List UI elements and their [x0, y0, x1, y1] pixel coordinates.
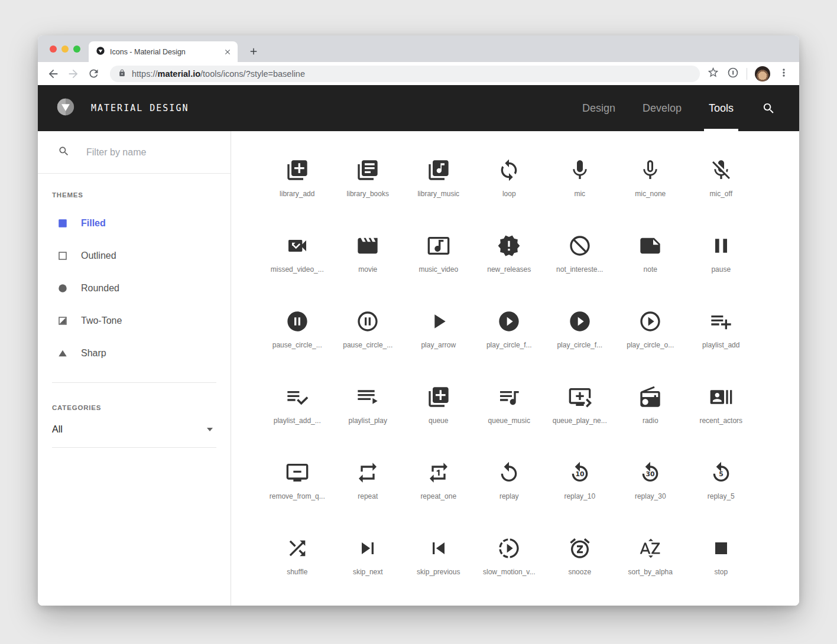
nav-tools[interactable]: Tools [709, 85, 734, 131]
icon-cell-pause_circle_outline[interactable]: pause_circle_... [333, 310, 404, 385]
library_music-icon [427, 158, 450, 182]
icon-label: pause [711, 265, 731, 274]
new-tab-button[interactable] [246, 44, 261, 59]
menu-dots-icon[interactable] [778, 67, 790, 81]
icon-label: sort_by_alpha [628, 568, 673, 576]
icon-cell-note[interactable]: note [615, 234, 686, 310]
icon-cell-mic_none[interactable]: mic_none [615, 158, 686, 234]
icon-cell-repeat[interactable]: repeat [333, 461, 404, 536]
icon-cell-shuffle[interactable]: shuffle [262, 536, 333, 606]
theme-item-sharp[interactable]: Sharp [52, 337, 216, 369]
minimize-window-button[interactable] [61, 45, 69, 53]
extension-icon[interactable] [727, 67, 739, 81]
theme-item-filled[interactable]: Filled [52, 207, 216, 239]
icon-cell-sort_by_alpha[interactable]: sort_by_alpha [615, 536, 686, 606]
header-search-icon[interactable] [762, 102, 776, 115]
icon-cell-slow_motion_video[interactable]: slow_motion_v... [474, 536, 545, 606]
browser-tab[interactable]: Icons - Material Design [89, 41, 238, 62]
sidebar: THEMES FilledOutlinedRoundedTwo-ToneShar… [38, 131, 231, 606]
icon-label: play_circle_f... [557, 341, 602, 349]
profile-avatar[interactable] [755, 66, 770, 82]
icon-label: mic_none [635, 190, 666, 198]
new_releases-icon [497, 234, 521, 258]
icon-label: pause_circle_... [272, 341, 322, 349]
forward-icon[interactable] [66, 67, 80, 81]
icon-cell-pause_circle_filled[interactable]: pause_circle_... [262, 310, 333, 385]
icon-cell-library_add[interactable]: library_add [262, 158, 333, 234]
icon-label: repeat [358, 492, 378, 500]
music_video-icon [427, 234, 450, 258]
missed_video_call-icon [286, 234, 309, 258]
icon-cell-play_circle_filled_white[interactable]: play_circle_f... [544, 310, 615, 385]
content: library_addlibrary_bookslibrary_musicloo… [231, 131, 799, 606]
theme-item-rounded[interactable]: Rounded [52, 272, 216, 304]
icon-cell-replay_10[interactable]: 10replay_10 [544, 461, 615, 536]
tab-title: Icons - Material Design [110, 48, 219, 56]
categories-value: All [52, 424, 63, 435]
icon-cell-repeat_one[interactable]: repeat_one [403, 461, 474, 536]
playlist_play-icon [356, 385, 379, 409]
icon-cell-not_interested[interactable]: not_intereste... [544, 234, 615, 310]
icon-cell-play_circle_outline[interactable]: play_circle_o... [615, 310, 686, 385]
themes-heading: THEMES [52, 191, 216, 199]
icon-label: not_intereste... [556, 265, 603, 274]
icon-cell-replay_5[interactable]: 5replay_5 [686, 461, 757, 536]
back-icon[interactable] [46, 67, 60, 81]
site-nav: DesignDevelopTools [582, 85, 734, 131]
icon-cell-library_music[interactable]: library_music [403, 158, 474, 234]
icon-cell-snooze[interactable]: snooze [544, 536, 615, 606]
icon-cell-mic_off[interactable]: mic_off [686, 158, 757, 234]
icon-cell-remove_from_queue[interactable]: remove_from_q... [262, 461, 333, 536]
icon-cell-pause[interactable]: pause [686, 234, 757, 310]
theme-item-outlined[interactable]: Outlined [52, 239, 216, 272]
movie-icon [356, 234, 379, 258]
icon-cell-queue_music[interactable]: queue_music [474, 385, 545, 461]
nav-develop[interactable]: Develop [643, 85, 682, 131]
icon-cell-play_circle_filled[interactable]: play_circle_f... [474, 310, 545, 385]
icon-cell-queue_play_next[interactable]: queue_play_ne... [544, 385, 615, 461]
icon-cell-movie[interactable]: movie [333, 234, 404, 310]
icon-cell-skip_next[interactable]: skip_next [333, 536, 404, 606]
svg-text:30: 30 [646, 470, 656, 478]
theme-label: Outlined [81, 251, 116, 261]
tab-close-icon[interactable] [223, 48, 232, 56]
icon-cell-music_video[interactable]: music_video [403, 234, 474, 310]
icon-label: play_circle_o... [627, 341, 674, 349]
queue_music-icon [497, 385, 521, 409]
icon-cell-missed_video_call[interactable]: missed_video_... [262, 234, 333, 310]
theme-item-two-tone[interactable]: Two-Tone [52, 304, 216, 337]
sharp-swatch-icon [57, 348, 68, 359]
icon-cell-skip_previous[interactable]: skip_previous [403, 536, 474, 606]
icon-cell-mic[interactable]: mic [544, 158, 615, 234]
icon-label: playlist_add_... [274, 417, 321, 425]
icon-cell-queue[interactable]: queue [403, 385, 474, 461]
close-window-button[interactable] [50, 45, 57, 53]
favicon [96, 46, 105, 58]
categories-dropdown[interactable]: All [52, 411, 216, 448]
browser-toolbar: https://material.io/tools/icons/?style=b… [38, 62, 799, 85]
icon-label: play_arrow [421, 341, 456, 349]
bookmark-star-icon[interactable] [707, 66, 719, 81]
icon-cell-library_books[interactable]: library_books [333, 158, 404, 234]
snooze-icon [568, 536, 592, 560]
lock-icon[interactable] [118, 69, 126, 79]
theme-label: Two-Tone [81, 316, 122, 326]
icon-cell-new_releases[interactable]: new_releases [474, 234, 545, 310]
icon-cell-stop[interactable]: stop [686, 536, 757, 606]
reload-icon[interactable] [86, 67, 100, 81]
icon-cell-playlist_play[interactable]: playlist_play [333, 385, 404, 461]
nav-design[interactable]: Design [582, 85, 615, 131]
icon-cell-loop[interactable]: loop [474, 158, 545, 234]
brand[interactable]: MATERIAL DESIGN [56, 97, 189, 119]
icon-cell-replay_30[interactable]: 30replay_30 [615, 461, 686, 536]
zoom-window-button[interactable] [73, 45, 80, 53]
icon-cell-playlist_add_check[interactable]: playlist_add_... [262, 385, 333, 461]
icon-cell-play_arrow[interactable]: play_arrow [403, 310, 474, 385]
icon-cell-recent_actors[interactable]: recent_actors [686, 385, 757, 461]
theme-label: Sharp [81, 348, 106, 359]
icon-cell-replay[interactable]: replay [474, 461, 545, 536]
filter-input[interactable] [86, 147, 219, 158]
url-bar[interactable]: https://material.io/tools/icons/?style=b… [110, 66, 700, 82]
icon-cell-playlist_add[interactable]: playlist_add [686, 310, 757, 385]
icon-cell-radio[interactable]: radio [615, 385, 686, 461]
